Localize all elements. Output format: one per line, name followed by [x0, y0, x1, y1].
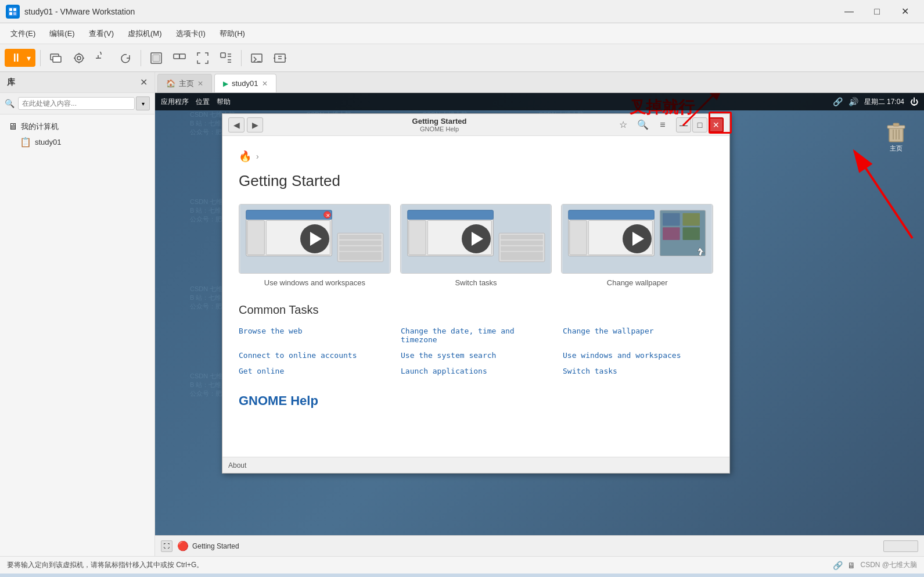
tab-home-close[interactable]: ✕	[197, 80, 203, 88]
home-icon: 🏠	[166, 79, 175, 88]
vm-icon: 📋	[20, 137, 31, 148]
status-mini-box	[883, 540, 918, 552]
svg-rect-38	[339, 252, 382, 260]
svg-rect-6	[53, 56, 61, 62]
close-button[interactable]: ✕	[891, 2, 918, 21]
vm-screen[interactable]: CSDN 七维大脑B 站：七维大脑公众号：肥猫PLUS CSDN 七维大脑B 站…	[155, 93, 924, 535]
search-input[interactable]	[18, 97, 135, 110]
tasks-grid: Browse the web Change the date, time and…	[239, 325, 713, 377]
send-to-button[interactable]	[45, 48, 66, 69]
tab-study01-close[interactable]: ✕	[262, 80, 268, 88]
menu-edit[interactable]: 编辑(E)	[44, 26, 80, 41]
help-back-button[interactable]: ◀	[228, 117, 245, 132]
status-expand-button[interactable]: ⛶	[161, 540, 172, 552]
video-preview-2[interactable]	[400, 204, 552, 274]
getting-started-tab: 🔴 Getting Started	[177, 540, 239, 551]
task-launch-apps[interactable]: Launch applications	[401, 365, 551, 377]
vm-area: 🏠 主页 ✕ ▶ study01 ✕ CSDN 七维大脑B 站：七维大脑公众号：…	[155, 72, 924, 556]
svg-rect-2	[13, 8, 16, 11]
help-maximize-button[interactable]: □	[692, 117, 707, 132]
pause-button[interactable]: ⏸	[8, 50, 24, 66]
task-change-wallpaper[interactable]: Change the wallpaper	[563, 325, 713, 346]
toolbar-sep-3	[241, 50, 242, 66]
video-play-btn-3[interactable]	[623, 224, 652, 253]
task-get-online[interactable]: Get online	[239, 365, 389, 377]
video-thumb-wallpaper: Change wallpaper	[561, 204, 713, 287]
gnome-help-menu[interactable]: 帮助	[217, 97, 231, 107]
task-switch-tasks[interactable]: Switch tasks	[563, 365, 713, 377]
sidebar-close-button[interactable]: ✕	[140, 77, 148, 88]
normal-view-button[interactable]	[146, 48, 167, 69]
help-statusbar: About	[222, 457, 729, 473]
revert-button[interactable]	[92, 48, 113, 69]
maximize-button[interactable]: □	[864, 2, 890, 21]
help-bookmark-button[interactable]: ☆	[616, 117, 631, 132]
video-content-2	[401, 205, 552, 273]
task-browse-web[interactable]: Browse the web	[239, 325, 389, 346]
svg-rect-1	[9, 8, 12, 11]
info-bar: 要将输入定向到该虚拟机，请将鼠标指针移入其中或按 Ctrl+G。 🔗 🖥 CSD…	[0, 556, 924, 574]
task-windows-workspaces[interactable]: Use windows and workspaces	[563, 349, 713, 361]
pause-dropdown[interactable]: ▾	[26, 52, 32, 64]
search-dropdown-button[interactable]: ▾	[136, 96, 150, 110]
video-content-1: ✕	[239, 205, 390, 273]
svg-rect-18	[251, 54, 262, 62]
menu-vm[interactable]: 虚拟机(M)	[122, 26, 168, 41]
help-breadcrumb-home[interactable]: 🔥	[239, 150, 251, 163]
video-label-2: Switch tasks	[455, 278, 497, 287]
help-menu-button[interactable]: ≡	[655, 117, 670, 132]
menu-view[interactable]: 查看(V)	[83, 26, 120, 41]
gnome-help-title: GNOME Help	[239, 393, 713, 408]
toolbar-sep-2	[141, 50, 141, 66]
vm-status-bar: ⛶ 🔴 Getting Started	[155, 535, 924, 556]
menu-bar: 文件(E) 编辑(E) 查看(V) 虚拟机(M) 选项卡(I) 帮助(H)	[0, 23, 924, 44]
video-play-btn-2[interactable]	[462, 224, 491, 253]
svg-rect-10	[153, 55, 160, 62]
svg-rect-29	[246, 210, 332, 220]
video-play-btn-1[interactable]	[300, 224, 329, 253]
stretch-button[interactable]	[269, 48, 290, 69]
status-bar-right	[883, 540, 918, 552]
help-statusbar-text: About	[228, 461, 246, 470]
video-preview-3[interactable]	[561, 204, 713, 274]
info-bar-right: 🔗 🖥 CSDN @七维大脑	[833, 560, 917, 570]
desktop-trash-icon[interactable]: 主页	[886, 122, 907, 153]
info-display-icon: 🖥	[847, 561, 855, 570]
gnome-apps-menu[interactable]: 应用程序	[161, 97, 189, 107]
help-content: 🔥 › Getting Started	[222, 136, 729, 457]
app-icon	[6, 5, 20, 19]
console-button[interactable]	[246, 48, 267, 69]
video-label-3: Change wallpaper	[607, 278, 668, 287]
task-connect-accounts[interactable]: Connect to online accounts	[239, 349, 389, 361]
snapshot-button[interactable]	[69, 48, 89, 69]
svg-rect-11	[174, 54, 179, 59]
tree-item-my-computer[interactable]: 🖥 我的计算机	[5, 119, 150, 134]
fullscreen-button[interactable]	[192, 48, 213, 69]
svg-point-8	[77, 56, 81, 60]
task-change-date[interactable]: Change the date, time andtimezone	[401, 325, 551, 346]
unity-button[interactable]	[215, 48, 236, 69]
tab-home[interactable]: 🏠 主页 ✕	[157, 74, 212, 92]
minimize-button[interactable]: —	[836, 2, 862, 21]
help-window-controls: — □ ✕	[676, 117, 724, 132]
gnome-location-menu[interactable]: 位置	[196, 97, 210, 107]
menu-help[interactable]: 帮助(H)	[214, 26, 251, 41]
help-window-title: Getting Started	[269, 117, 610, 126]
video-preview-1[interactable]: ✕	[239, 204, 391, 274]
breadcrumb-sep: ›	[256, 152, 259, 161]
svg-rect-20	[275, 54, 285, 62]
tab-study01[interactable]: ▶ study01 ✕	[214, 74, 276, 92]
help-forward-button[interactable]: ▶	[247, 117, 263, 132]
help-close-button[interactable]: ✕	[709, 117, 724, 132]
revert2-button[interactable]	[115, 48, 136, 69]
title-bar: study01 - VMware Workstation — □ ✕	[0, 0, 924, 23]
multi-monitor-button[interactable]	[169, 48, 190, 69]
menu-file[interactable]: 文件(E)	[5, 26, 41, 41]
task-system-search[interactable]: Use the system search	[401, 349, 551, 361]
tree-item-study01[interactable]: 📋 study01	[16, 134, 150, 150]
help-search-button[interactable]: 🔍	[635, 117, 650, 132]
play-controls: ⏸ ▾	[5, 49, 35, 67]
svg-rect-45	[501, 235, 543, 239]
help-minimize-button[interactable]: —	[676, 117, 691, 132]
menu-tab[interactable]: 选项卡(I)	[170, 26, 211, 41]
